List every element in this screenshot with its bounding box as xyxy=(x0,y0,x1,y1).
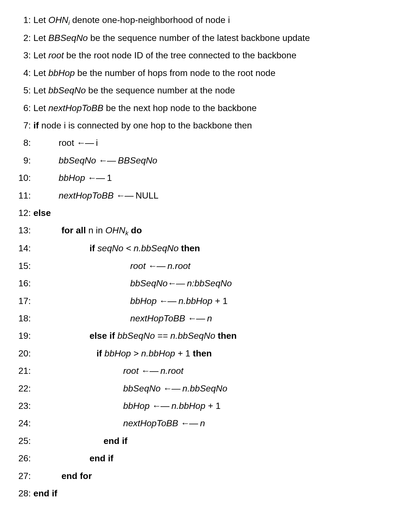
text-italic: n xyxy=(205,313,212,323)
line-number: 17: xyxy=(17,292,31,310)
algo-line-2: 2: Let BBSeqNo be the sequence number of… xyxy=(17,29,403,47)
keyword: then xyxy=(181,243,200,253)
text: node i is connected by one hop to the ba… xyxy=(39,120,252,130)
line-number: 11: xyxy=(17,187,31,204)
algo-line-27: 27: end for xyxy=(17,467,403,485)
text-italic: bbSeqNo xyxy=(123,383,163,393)
arrow-icon: ←— xyxy=(88,169,104,186)
text: Let xyxy=(33,103,48,113)
line-number: 3: xyxy=(17,47,31,64)
algo-line-4: 4: Let bbHop be the number of hops from … xyxy=(17,64,403,82)
arrow-icon: ←— xyxy=(152,397,169,414)
algo-line-26: 26: end if xyxy=(17,450,403,467)
keyword: else if xyxy=(89,331,118,341)
arrow-icon: ←— xyxy=(116,187,133,204)
text: NULL xyxy=(133,190,159,201)
algo-line-19: 19: else if bbSeqNo == n.bbSeqNo then xyxy=(17,327,403,344)
line-number: 16: xyxy=(17,275,31,292)
algo-line-25: 25: end if xyxy=(17,432,403,450)
line-number: 9: xyxy=(17,152,31,169)
algo-line-12: 12: else xyxy=(17,204,403,222)
text: 1 xyxy=(185,348,193,358)
line-number: 14: xyxy=(17,239,31,257)
line-number: 6: xyxy=(17,99,31,117)
text-italic: bbSeqNo == n.bbSeqNo xyxy=(118,331,218,341)
text-italic: bbSeqNo xyxy=(59,155,98,165)
text-italic: n xyxy=(198,418,205,428)
arrow-icon: ←— xyxy=(141,362,158,379)
text: Let xyxy=(33,50,48,60)
keyword: for all xyxy=(61,225,86,235)
text: root xyxy=(59,138,77,148)
algo-line-14: 14: if seqNo < n.bbSeqNo then xyxy=(17,239,403,257)
subscript: k xyxy=(125,230,128,237)
algo-line-10: 10: bbHop ←— 1 xyxy=(17,169,403,186)
text: be the sequence number of the latest bac… xyxy=(88,33,310,43)
line-number: 12: xyxy=(17,204,31,222)
line-number: 7: xyxy=(17,117,31,134)
arrow-icon: ←— xyxy=(188,310,205,327)
text-italic: root xyxy=(123,366,141,376)
line-number: 21: xyxy=(17,362,31,379)
arrow-icon: ←— xyxy=(77,134,93,151)
algo-line-13: 13: for all n in OHNk do xyxy=(17,222,403,239)
line-number: 24: xyxy=(17,414,31,432)
text-italic: bbSeqNo xyxy=(130,278,167,288)
text: be the sequence number at the node xyxy=(86,85,235,95)
keyword: end if xyxy=(104,436,127,446)
keyword: end if xyxy=(89,453,113,463)
algo-line-28: 28: end if xyxy=(17,485,403,502)
text: 1 xyxy=(222,296,228,306)
arrow-icon: ←— xyxy=(167,275,184,292)
algo-line-8: 8: root ←— i xyxy=(17,134,403,151)
text-italic: nextHopToBB xyxy=(59,190,116,201)
line-number: 20: xyxy=(17,345,31,362)
arrow-icon: ←— xyxy=(159,292,176,310)
arrow-icon: ←— xyxy=(163,380,180,397)
algo-line-20: 20: if bbHop > n.bbHop + 1 then xyxy=(17,345,403,362)
line-number: 13: xyxy=(17,222,31,239)
text-italic: bbHop xyxy=(123,401,152,411)
text: Let xyxy=(33,15,48,25)
text: be the number of hops from node to the r… xyxy=(75,68,276,78)
text-italic: n.bbHop + xyxy=(176,296,222,306)
text: denote one-hop-neighborhood of node i xyxy=(70,15,230,25)
text: 1 xyxy=(104,173,112,183)
algo-line-15: 15: root ←— n.root xyxy=(17,257,403,275)
line-number: 27: xyxy=(17,467,31,485)
algo-line-9: 9: bbSeqNo ←— BBSeqNo xyxy=(17,152,403,169)
algo-line-11: 11: nextHopToBB ←— NULL xyxy=(17,187,403,204)
keyword: then xyxy=(218,331,237,341)
text: be the root node ID of the tree connecte… xyxy=(64,50,296,60)
text: i xyxy=(93,138,98,148)
text: Let xyxy=(33,68,48,78)
text-italic: n.bbSeqNo xyxy=(180,383,227,393)
arrow-icon: ←— xyxy=(148,257,165,275)
text-italic: n.root xyxy=(158,366,183,376)
line-number: 4: xyxy=(17,64,31,82)
line-number: 5: xyxy=(17,82,31,99)
text-italic: OHN xyxy=(105,225,125,235)
keyword: do xyxy=(128,225,142,235)
algo-line-22: 22: bbSeqNo ←— n.bbSeqNo xyxy=(17,380,403,397)
algo-line-23: 23: bbHop ←— n.bbHop + 1 xyxy=(17,397,403,414)
arrow-icon: ←— xyxy=(181,414,198,432)
line-number: 28: xyxy=(17,485,31,502)
text-italic: n.bbHop + xyxy=(169,401,215,411)
algo-line-6: 6: Let nextHopToBB be the next hop node … xyxy=(17,99,403,117)
text-italic: nextHopToBB xyxy=(123,418,181,428)
line-number: 15: xyxy=(17,257,31,275)
text-italic: BBSeqNo xyxy=(48,33,88,43)
text: n in xyxy=(86,225,105,235)
algo-line-24: 24: nextHopToBB ←— n xyxy=(17,414,403,432)
algo-line-17: 17: bbHop ←— n.bbHop + 1 xyxy=(17,292,403,310)
arrow-icon: ←— xyxy=(98,152,115,169)
text-italic: root xyxy=(130,261,148,271)
text-italic: root xyxy=(48,50,64,60)
text-italic: nextHopToBB xyxy=(130,313,188,323)
line-number: 1: xyxy=(17,11,31,29)
algo-line-16: 16: bbSeqNo←— n:bbSeqNo xyxy=(17,275,403,292)
line-number: 26: xyxy=(17,450,31,467)
algo-line-3: 3: Let root be the root node ID of the t… xyxy=(17,47,403,64)
algo-line-18: 18: nextHopToBB ←— n xyxy=(17,310,403,327)
